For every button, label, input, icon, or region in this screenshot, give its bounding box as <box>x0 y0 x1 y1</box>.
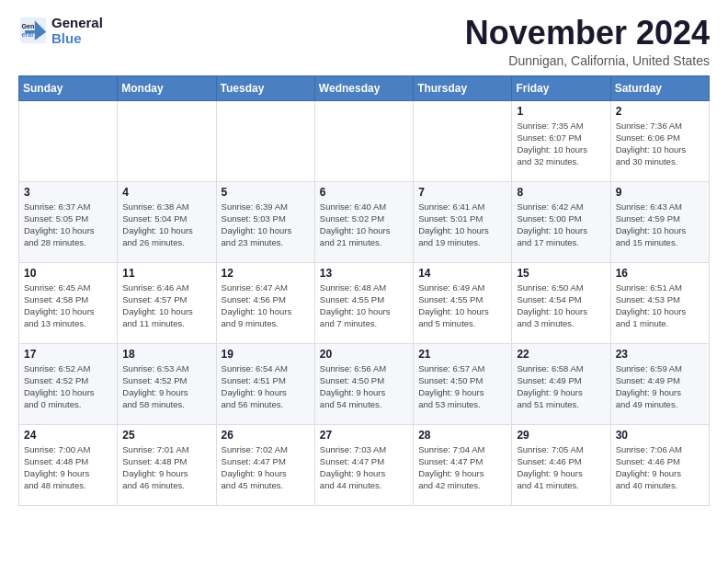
day-number: 2 <box>616 105 704 118</box>
day-info: Sunrise: 6:58 AMSunset: 4:49 PMDaylight:… <box>517 362 605 411</box>
calendar-cell: 14Sunrise: 6:49 AMSunset: 4:55 PMDayligh… <box>414 262 512 343</box>
day-info: Sunrise: 6:56 AMSunset: 4:50 PMDaylight:… <box>320 362 408 411</box>
day-info: Sunrise: 7:00 AMSunset: 4:48 PMDaylight:… <box>24 443 112 492</box>
day-info: Sunrise: 6:46 AMSunset: 4:57 PMDaylight:… <box>122 282 210 330</box>
day-number: 21 <box>418 348 506 361</box>
day-info: Sunrise: 6:47 AMSunset: 4:56 PMDaylight:… <box>222 282 310 330</box>
day-info: Sunrise: 6:48 AMSunset: 4:55 PMDaylight:… <box>320 282 408 330</box>
calendar-cell: 13Sunrise: 6:48 AMSunset: 4:55 PMDayligh… <box>314 262 413 343</box>
day-info: Sunrise: 7:01 AMSunset: 4:48 PMDaylight:… <box>122 443 210 492</box>
day-info: Sunrise: 7:04 AMSunset: 4:47 PMDaylight:… <box>418 443 506 492</box>
calendar-cell <box>216 100 314 181</box>
calendar-cell: 8Sunrise: 6:42 AMSunset: 5:00 PMDaylight… <box>512 181 610 262</box>
day-number: 7 <box>418 186 506 199</box>
calendar-cell: 6Sunrise: 6:40 AMSunset: 5:02 PMDaylight… <box>314 181 413 262</box>
day-header-wednesday: Wednesday <box>314 75 413 100</box>
day-info: Sunrise: 6:54 AMSunset: 4:51 PMDaylight:… <box>222 362 310 411</box>
day-info: Sunrise: 6:49 AMSunset: 4:55 PMDaylight:… <box>418 282 506 330</box>
day-info: Sunrise: 7:02 AMSunset: 4:47 PMDaylight:… <box>222 443 310 492</box>
day-info: Sunrise: 6:40 AMSunset: 5:02 PMDaylight:… <box>320 201 408 249</box>
calendar-cell <box>314 100 413 181</box>
day-number: 26 <box>222 429 310 442</box>
day-number: 8 <box>517 186 605 199</box>
calendar-cell: 10Sunrise: 6:45 AMSunset: 4:58 PMDayligh… <box>19 262 118 343</box>
day-info: Sunrise: 7:06 AMSunset: 4:46 PMDaylight:… <box>616 443 704 492</box>
calendar-header-row: SundayMondayTuesdayWednesdayThursdayFrid… <box>19 75 710 100</box>
calendar-cell: 24Sunrise: 7:00 AMSunset: 4:48 PMDayligh… <box>19 424 118 505</box>
logo-text: General Blue <box>51 15 103 47</box>
calendar-cell <box>414 100 512 181</box>
day-info: Sunrise: 6:45 AMSunset: 4:58 PMDaylight:… <box>24 282 112 330</box>
calendar-cell: 19Sunrise: 6:54 AMSunset: 4:51 PMDayligh… <box>216 343 314 424</box>
day-number: 10 <box>24 267 112 280</box>
day-number: 22 <box>517 348 605 361</box>
calendar-table: SundayMondayTuesdayWednesdayThursdayFrid… <box>18 75 710 506</box>
day-header-tuesday: Tuesday <box>216 75 314 100</box>
day-info: Sunrise: 7:05 AMSunset: 4:46 PMDaylight:… <box>517 443 605 492</box>
day-info: Sunrise: 7:36 AMSunset: 6:06 PMDaylight:… <box>616 120 704 168</box>
title-block: November 2024 Dunnigan, California, Unit… <box>465 15 710 68</box>
calendar-week-2: 3Sunrise: 6:37 AMSunset: 5:05 PMDaylight… <box>19 181 710 262</box>
calendar-cell: 7Sunrise: 6:41 AMSunset: 5:01 PMDaylight… <box>414 181 512 262</box>
day-info: Sunrise: 6:43 AMSunset: 4:59 PMDaylight:… <box>616 201 704 249</box>
page: Gen eral General Blue November 2024 Dunn… <box>0 0 728 524</box>
day-number: 27 <box>320 429 408 442</box>
calendar-cell: 1Sunrise: 7:35 AMSunset: 6:07 PMDaylight… <box>512 100 610 181</box>
day-number: 19 <box>222 348 310 361</box>
day-number: 30 <box>616 429 704 442</box>
day-info: Sunrise: 6:51 AMSunset: 4:53 PMDaylight:… <box>616 282 704 330</box>
calendar-cell <box>118 100 216 181</box>
calendar-cell: 9Sunrise: 6:43 AMSunset: 4:59 PMDaylight… <box>610 181 709 262</box>
day-number: 4 <box>122 186 210 199</box>
day-info: Sunrise: 6:42 AMSunset: 5:00 PMDaylight:… <box>517 201 605 249</box>
calendar-cell: 15Sunrise: 6:50 AMSunset: 4:54 PMDayligh… <box>512 262 610 343</box>
day-info: Sunrise: 6:50 AMSunset: 4:54 PMDaylight:… <box>517 282 605 330</box>
calendar-cell: 25Sunrise: 7:01 AMSunset: 4:48 PMDayligh… <box>118 424 216 505</box>
day-header-sunday: Sunday <box>19 75 118 100</box>
svg-text:Gen: Gen <box>22 23 35 30</box>
day-number: 18 <box>122 348 210 361</box>
day-number: 29 <box>517 429 605 442</box>
day-number: 15 <box>517 267 605 280</box>
svg-text:eral: eral <box>22 31 34 39</box>
day-info: Sunrise: 6:41 AMSunset: 5:01 PMDaylight:… <box>418 201 506 249</box>
calendar-cell <box>19 100 118 181</box>
day-header-friday: Friday <box>512 75 610 100</box>
calendar-cell: 16Sunrise: 6:51 AMSunset: 4:53 PMDayligh… <box>610 262 709 343</box>
day-header-saturday: Saturday <box>610 75 709 100</box>
day-number: 23 <box>616 348 704 361</box>
location: Dunnigan, California, United States <box>465 53 710 68</box>
calendar-cell: 22Sunrise: 6:58 AMSunset: 4:49 PMDayligh… <box>512 343 610 424</box>
day-number: 5 <box>222 186 310 199</box>
day-info: Sunrise: 6:59 AMSunset: 4:49 PMDaylight:… <box>616 362 704 411</box>
calendar-cell: 23Sunrise: 6:59 AMSunset: 4:49 PMDayligh… <box>610 343 709 424</box>
day-info: Sunrise: 6:39 AMSunset: 5:03 PMDaylight:… <box>222 201 310 249</box>
calendar-week-4: 17Sunrise: 6:52 AMSunset: 4:52 PMDayligh… <box>19 343 710 424</box>
day-info: Sunrise: 6:57 AMSunset: 4:50 PMDaylight:… <box>418 362 506 411</box>
day-number: 28 <box>418 429 506 442</box>
day-info: Sunrise: 6:52 AMSunset: 4:52 PMDaylight:… <box>24 362 112 411</box>
calendar-cell: 2Sunrise: 7:36 AMSunset: 6:06 PMDaylight… <box>610 100 709 181</box>
calendar-cell: 3Sunrise: 6:37 AMSunset: 5:05 PMDaylight… <box>19 181 118 262</box>
day-number: 25 <box>122 429 210 442</box>
calendar-cell: 30Sunrise: 7:06 AMSunset: 4:46 PMDayligh… <box>610 424 709 505</box>
day-number: 12 <box>222 267 310 280</box>
day-info: Sunrise: 7:35 AMSunset: 6:07 PMDaylight:… <box>517 120 605 168</box>
calendar-cell: 27Sunrise: 7:03 AMSunset: 4:47 PMDayligh… <box>314 424 413 505</box>
calendar-cell: 29Sunrise: 7:05 AMSunset: 4:46 PMDayligh… <box>512 424 610 505</box>
calendar-cell: 21Sunrise: 6:57 AMSunset: 4:50 PMDayligh… <box>414 343 512 424</box>
day-info: Sunrise: 6:53 AMSunset: 4:52 PMDaylight:… <box>122 362 210 411</box>
calendar-cell: 26Sunrise: 7:02 AMSunset: 4:47 PMDayligh… <box>216 424 314 505</box>
day-info: Sunrise: 6:38 AMSunset: 5:04 PMDaylight:… <box>122 201 210 249</box>
day-number: 11 <box>122 267 210 280</box>
calendar-week-1: 1Sunrise: 7:35 AMSunset: 6:07 PMDaylight… <box>19 100 710 181</box>
day-number: 14 <box>418 267 506 280</box>
day-number: 3 <box>24 186 112 199</box>
calendar-cell: 28Sunrise: 7:04 AMSunset: 4:47 PMDayligh… <box>414 424 512 505</box>
month-title: November 2024 <box>465 15 710 52</box>
day-info: Sunrise: 7:03 AMSunset: 4:47 PMDaylight:… <box>320 443 408 492</box>
day-number: 16 <box>616 267 704 280</box>
logo-icon: Gen eral <box>18 16 48 45</box>
day-header-monday: Monday <box>118 75 216 100</box>
day-info: Sunrise: 6:37 AMSunset: 5:05 PMDaylight:… <box>24 201 112 249</box>
